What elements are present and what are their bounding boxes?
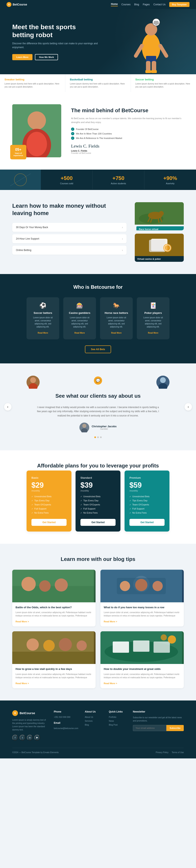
nav-logo[interactable]: B BetCourse — [6, 2, 27, 7]
testimonial-side-avatars: 💬 — [27, 376, 169, 389]
pricing-card-premium: Premium $59 /monthly Unrestricted Bets T… — [124, 470, 169, 531]
svg-point-34 — [160, 377, 166, 383]
testimonial-quote: I never imagined that a hobby would prov… — [37, 405, 159, 418]
learn-more-button[interactable]: Learn More — [12, 54, 32, 60]
premium-get-started-button[interactable]: Get Started — [130, 519, 165, 526]
footer-brand: B BetCourse Lorem ipsum is simply dummy … — [12, 710, 47, 741]
basic-features: Unrestricted Bets Tips Every Day Team Of… — [31, 495, 66, 514]
basic-get-started-button[interactable]: Get Started — [31, 519, 66, 526]
privacy-policy-link[interactable]: Privacy Policy — [156, 751, 168, 753]
facebook-button[interactable]: f — [12, 735, 18, 741]
svg-rect-51 — [12, 652, 94, 664]
nav-link-contact[interactable]: Contact Us — [153, 3, 165, 6]
footer-about-link-3[interactable]: Blog — [85, 724, 102, 726]
footer-quick-link-2[interactable]: News — [109, 720, 127, 722]
blog-card-2-read-more[interactable]: Read More > — [104, 620, 117, 623]
buy-template-button[interactable]: Buy Template — [169, 2, 190, 7]
nav-link-blog[interactable]: Blog — [134, 3, 139, 6]
newsletter-email-input[interactable] — [133, 725, 166, 731]
blog-card-1: Battle of the Odds, which is the best op… — [12, 570, 95, 626]
testimonial-dot-1[interactable] — [94, 436, 96, 438]
testimonials-section: ‹ › 💬 See what our clients say about us … — [0, 363, 196, 450]
blog-card-4-read-more[interactable]: Read More > — [104, 682, 117, 685]
feature-card-desc-2: Lorem ipsum dummy text here with a quick… — [70, 82, 126, 88]
youtube-button[interactable]: ▶ — [34, 735, 40, 741]
how-we-work-button[interactable]: How We Work — [35, 54, 58, 60]
footer-phone-col: Phone +351 910 000 000 Email betcourse@b… — [54, 710, 78, 741]
svg-rect-7 — [151, 70, 157, 73]
who-card-poker-link[interactable]: Read More — [148, 332, 158, 334]
blog-card-1-content: Battle of the Odds, which is the best op… — [12, 602, 95, 626]
blog-card-1-title: Battle of the Odds, which is the best op… — [16, 606, 92, 609]
footer-quick-links-label: Quick Links — [109, 710, 127, 713]
who-card-horse-link[interactable]: Read More — [111, 332, 121, 334]
svg-rect-60 — [153, 642, 170, 653]
stat-asertivity-num: +90% — [148, 175, 193, 181]
nav-link-courses[interactable]: Courses — [121, 3, 131, 6]
footer-quick-link-3[interactable]: Blog Post — [109, 724, 127, 726]
stat-courses: +500 Courses sold — [41, 170, 93, 189]
learn-features: 30 Days Or Your Money Back › 24-Hour Liv… — [12, 223, 127, 255]
footer-email[interactable]: betcourse@betcourse.com — [54, 727, 78, 730]
testimonial-prev-button[interactable]: ‹ — [4, 403, 11, 410]
hero-subtitle: Discover the difference this sports bett… — [12, 42, 98, 50]
newsletter-subscribe-button[interactable]: Subscribe — [166, 725, 184, 731]
about-section: 05+ Years ofexperience The mind behind o… — [0, 92, 196, 169]
nav-link-pages[interactable]: Pages — [143, 3, 150, 6]
footer-phone[interactable]: +351 910 000 000 — [54, 716, 78, 718]
who-card-casino-title: Casino gamblers — [67, 311, 92, 314]
about-signature: Lewis C. Fields — [71, 144, 184, 149]
feature-card-title-3: Soccer betting — [135, 78, 192, 81]
see-all-button[interactable]: See All Bets — [85, 345, 111, 353]
standard-period: /monthly — [80, 490, 116, 492]
stats-items: +500 Courses sold +750 Active students +… — [41, 170, 196, 189]
footer-about-link-2[interactable]: Services — [85, 720, 102, 722]
who-card-soccer-link[interactable]: Read More — [37, 332, 48, 334]
who-title: Who is Betcourse for — [12, 284, 184, 290]
standard-feature-5: No Extra Fees — [80, 512, 116, 514]
footer-about-link-1[interactable]: About Us — [85, 716, 102, 718]
learn-card-casino-label: Virtual casino & poker — [135, 256, 184, 262]
svg-point-54 — [59, 638, 72, 651]
footer-legal-links: Privacy Policy Terms of Use — [156, 751, 184, 753]
pricing-card-standard: Standard $39 /monthly Unrestricted Bets … — [76, 470, 120, 531]
terms-of-use-link[interactable]: Terms of Use — [172, 751, 184, 753]
basic-feature-4: Full Support — [31, 507, 66, 510]
about-badge-sub: Years ofexperience — [13, 152, 23, 157]
feature-card-desc-1: Lorem ipsum dummy text here with a quick… — [4, 82, 61, 88]
instagram-button[interactable]: in — [27, 735, 33, 741]
stat-asertivity-label: Asertvity — [148, 182, 193, 185]
learn-card-casino-image — [135, 234, 184, 256]
standard-feature-4: Full Support — [80, 507, 116, 510]
testimonial-dot-3[interactable] — [100, 436, 102, 438]
learn-feature-3[interactable]: Online Betting › — [12, 246, 127, 255]
who-card-horse: 🐎 Horse race bettors Lorem ipsum dolor s… — [100, 297, 133, 339]
blog-card-1-read-more[interactable]: Read More > — [16, 620, 29, 623]
twitter-button[interactable]: t — [20, 735, 25, 741]
about-check-label-3: We Are A Reference In The Investment Mar… — [76, 137, 122, 140]
blog-card-2-content: What to do if you have too many losses i… — [101, 602, 184, 626]
who-card-casino-link[interactable]: Read More — [74, 332, 85, 334]
svg-point-42 — [39, 580, 51, 592]
learn-feature-label-3: Online Betting — [16, 249, 31, 252]
testimonial-next-button[interactable]: › — [185, 403, 192, 410]
svg-point-47 — [120, 581, 130, 591]
about-sig-name: Lewis C. Fields — [71, 150, 184, 152]
svg-line-9 — [160, 46, 166, 56]
blog-card-3-read-more[interactable]: Read More > — [16, 682, 29, 685]
blog-card-4-content: How to double your investment at great o… — [101, 664, 184, 688]
logo-text: BetCourse — [13, 3, 27, 6]
footer-quick-link-1[interactable]: Portfolio — [109, 716, 127, 718]
blog-card-1-desc: Lorem ipsum dolor sit amet, consectetur … — [16, 611, 92, 617]
feature-card-soccer: Soccer betting Lorem ipsum dummy text he… — [131, 74, 196, 92]
learn-feature-2[interactable]: 24-Hour Live Support › — [12, 234, 127, 243]
newsletter-form: Subscribe — [133, 725, 184, 731]
testimonial-dot-2[interactable] — [97, 436, 99, 438]
svg-rect-58 — [113, 642, 129, 653]
author-name: Christopher Jacobs — [92, 425, 117, 428]
footer-desc: Lorem ipsum is simply dummy text of the … — [12, 718, 47, 732]
learn-feature-1[interactable]: 30 Days Or Your Money Back › — [12, 223, 127, 232]
standard-get-started-button[interactable]: Get Started — [80, 519, 116, 526]
testimonial-dots — [12, 436, 184, 438]
nav-link-home[interactable]: Home — [111, 3, 118, 6]
